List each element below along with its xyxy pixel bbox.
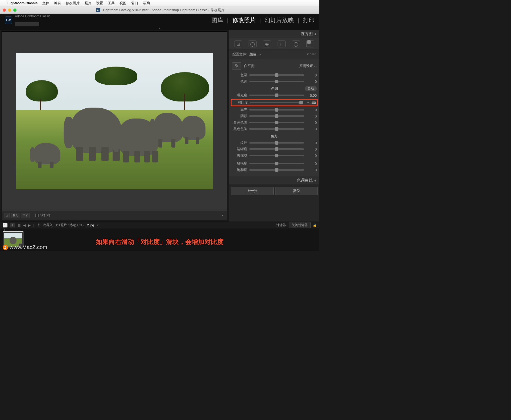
slider-thumb-icon[interactable] (275, 108, 278, 112)
menu-app-name[interactable]: Lightroom Classic (7, 1, 38, 5)
slider-value[interactable]: + 100 (305, 101, 316, 105)
slider-thumb-icon[interactable] (275, 127, 278, 131)
slider-value[interactable]: 0 (306, 168, 317, 172)
crop-tool-icon[interactable]: ⊡ (234, 40, 242, 47)
grid-view-icon[interactable]: ▦ (18, 223, 20, 227)
slider-track[interactable] (249, 128, 304, 130)
slider-value[interactable]: 0 (306, 162, 317, 166)
top-panel-expand-icon[interactable]: ▲ (0, 27, 319, 30)
filmstrip[interactable]: 1 ± 如果向右滑动「对比度」滑块，会增加对比度 Z www.MacZ.com (0, 229, 319, 251)
thumb-index: 1 (4, 229, 5, 231)
reset-button[interactable]: 复位 (275, 187, 318, 195)
main-display-button[interactable]: 1 (3, 223, 7, 227)
menu-edit[interactable]: 编辑 (54, 1, 61, 6)
slider-value[interactable]: 0 (306, 154, 317, 158)
slider-track[interactable] (249, 122, 304, 123)
collapse-icon[interactable] (314, 33, 316, 35)
profile-value[interactable]: 颜色 (249, 52, 256, 57)
collapse-icon[interactable] (314, 179, 316, 182)
loupe-view-button[interactable]: □ (4, 213, 10, 218)
module-develop[interactable]: 修改照片 (232, 16, 256, 24)
menu-help[interactable]: 帮助 (143, 1, 150, 6)
breadcrumb-dropdown-icon[interactable]: ▼ (97, 224, 99, 227)
identity-plate-box[interactable] (15, 22, 39, 26)
slider-label: 清晰度 (232, 147, 247, 152)
slider-track[interactable] (249, 142, 304, 144)
menu-tools[interactable]: 工具 (108, 1, 115, 6)
tone-curve-panel-header[interactable]: 色调曲线 (229, 176, 319, 185)
app-header: LrC Adobe Lightroom Classic 图库 | 修改照片 | … (0, 14, 319, 27)
slider-value[interactable]: 0 (306, 114, 317, 118)
filmstrip-header: 1 2 ▦ ◀ ▶ | 上一次导入 1张照片 / 选定 1 张 / 2.jpg … (0, 222, 319, 229)
spot-tool-icon[interactable]: ◯ (249, 40, 257, 47)
menu-develop[interactable]: 修改照片 (66, 1, 80, 6)
auto-tone-button[interactable]: 自动 (305, 86, 317, 91)
redeye-tool-icon[interactable]: ◉ (263, 40, 271, 47)
slider-value[interactable]: 0 (306, 121, 317, 125)
identity-plate-title: Adobe Lightroom Classic (15, 14, 50, 18)
previous-button[interactable]: 上一张 (231, 187, 274, 195)
menu-settings[interactable]: 设置 (96, 1, 103, 6)
slider-thumb-icon[interactable] (275, 147, 278, 151)
slider-value[interactable]: 0 (306, 147, 317, 151)
before-after-ra-button[interactable]: R A (11, 213, 20, 218)
slider-value[interactable]: 0 (306, 127, 317, 131)
before-after-yy-button[interactable]: Y Y (21, 213, 29, 218)
brush-tool-icon[interactable]: ⬤— (306, 40, 314, 47)
module-library[interactable]: 图库 (212, 16, 223, 24)
slider-thumb-icon[interactable] (275, 114, 278, 118)
radial-tool-icon[interactable]: ◯ (292, 40, 300, 47)
slider-value[interactable]: 0 (306, 141, 317, 145)
menu-file[interactable]: 文件 (42, 1, 49, 6)
filter-select[interactable]: 关闭过滤器 (289, 222, 311, 228)
histogram-panel-header[interactable]: 直方图 (229, 30, 319, 38)
slider-纹理: 纹理0 (232, 140, 317, 146)
slider-thumb-icon[interactable] (299, 101, 303, 104)
slider-value[interactable]: 0 (306, 73, 317, 77)
slider-track[interactable] (249, 148, 304, 150)
softproof-checkbox[interactable] (35, 214, 39, 217)
slider-thumb-icon[interactable] (275, 121, 278, 124)
slider-value[interactable]: 0 (306, 108, 317, 112)
module-slideshow[interactable]: 幻灯片放映 (265, 16, 294, 24)
menu-window[interactable]: 窗口 (131, 1, 138, 6)
slider-thumb-icon[interactable] (275, 162, 278, 165)
toolbar-dropdown-icon[interactable]: ▼ (220, 213, 225, 218)
wb-arrows-icon: ▴▾ (314, 65, 317, 68)
slider-thumb-icon[interactable] (275, 154, 278, 157)
slider-thumb-icon[interactable] (275, 93, 278, 97)
profile-arrows-icon[interactable]: ▴▾ (258, 53, 261, 56)
slider-track[interactable] (249, 81, 304, 82)
slider-track[interactable] (250, 102, 303, 103)
nav-next-icon[interactable]: ▶ (28, 223, 31, 227)
second-display-button[interactable]: 2 (10, 223, 15, 227)
nav-prev-icon[interactable]: ◀ (23, 223, 26, 227)
filter-lock-icon[interactable]: 🔒 (313, 223, 317, 227)
mask-tool-icon[interactable]: ▯ (278, 40, 286, 47)
preview-canvas[interactable] (2, 32, 227, 211)
profile-browser-icon[interactable] (307, 54, 316, 55)
wb-preset-select[interactable]: 原照设置 ▴▾ (299, 64, 317, 68)
slider-thumb-icon[interactable] (275, 80, 278, 83)
module-print[interactable]: 打印 (303, 16, 315, 24)
slider-track[interactable] (249, 74, 304, 76)
slider-track[interactable] (249, 95, 304, 96)
presence-section-title: 偏好 (232, 132, 317, 140)
slider-track[interactable] (249, 109, 304, 111)
slider-label: 白色色阶 (232, 120, 247, 125)
slider-value[interactable]: 0 (306, 80, 317, 84)
slider-value[interactable]: 0.00 (306, 93, 317, 97)
wb-label: 白平衡: (244, 64, 256, 68)
slider-track[interactable] (249, 155, 304, 156)
slider-track[interactable] (249, 163, 304, 164)
wb-eyedropper-icon[interactable]: ✎ (232, 62, 241, 70)
slider-track[interactable] (249, 115, 304, 117)
slider-track[interactable] (249, 169, 304, 171)
slider-thumb-icon[interactable] (275, 168, 278, 172)
breadcrumb-source[interactable]: 上一次导入 (37, 223, 53, 227)
slider-thumb-icon[interactable] (275, 73, 278, 77)
menu-photo[interactable]: 照片 (84, 1, 91, 6)
slider-label: 去朦胧 (232, 153, 247, 158)
menu-view[interactable]: 视图 (119, 1, 126, 6)
slider-thumb-icon[interactable] (275, 141, 278, 145)
